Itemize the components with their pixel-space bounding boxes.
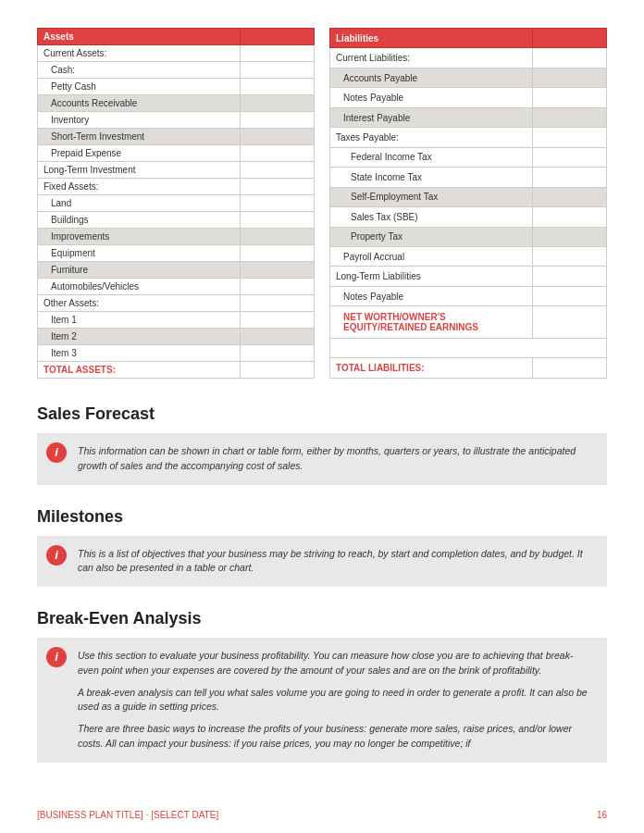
assets-row-label: Long-Term Investment <box>38 162 241 179</box>
assets-row: TOTAL ASSETS: <box>38 362 315 379</box>
info-icon-milestones: i <box>46 545 67 566</box>
assets-row-value <box>241 129 315 145</box>
liabilities-row: TOTAL LIABILITIES: <box>330 358 607 379</box>
liabilities-row-value <box>533 168 607 187</box>
assets-row-label: Cash: <box>38 62 241 79</box>
liabilities-row: Current Liabilities: <box>330 48 607 68</box>
assets-row: Cash: <box>38 62 315 79</box>
liabilities-row: Taxes Payable: <box>330 128 607 147</box>
liabilities-row-label: Federal Income Tax <box>330 147 533 167</box>
liabilities-row-label: Interest Payable <box>330 107 533 127</box>
assets-row: Current Assets: <box>38 45 315 62</box>
break-even-para2: A break-even analysis can tell you what … <box>78 686 594 715</box>
assets-header-label: Assets <box>38 29 241 45</box>
liabilities-header-row: Liabilities <box>330 29 607 48</box>
assets-row: Land <box>38 195 315 212</box>
assets-row-label: Equipment <box>38 245 241 262</box>
sales-forecast-info-box: i This information can be shown in chart… <box>37 433 607 485</box>
assets-row-value <box>241 195 315 212</box>
assets-row-label: Furniture <box>38 262 241 279</box>
liabilities-row-value <box>533 147 607 167</box>
info-icon-break-even: i <box>46 647 67 667</box>
assets-row-value <box>241 62 315 79</box>
liabilities-row: State Income Tax <box>330 168 607 187</box>
liabilities-row-value <box>533 187 607 206</box>
page: AssetsCurrent Assets:Cash:Petty CashAcco… <box>0 0 644 833</box>
assets-row-value <box>241 112 315 129</box>
liabilities-row-value <box>533 128 607 147</box>
assets-row-label: Inventory <box>38 112 241 129</box>
liabilities-row-value <box>533 68 607 87</box>
assets-row: Petty Cash <box>38 79 315 95</box>
liabilities-row: Property Tax <box>330 227 607 246</box>
liabilities-row-label: Notes Payable <box>330 88 533 107</box>
liabilities-row-value <box>533 207 607 227</box>
sales-forecast-section: Sales Forecast i This information can be… <box>37 404 607 485</box>
milestones-title: Milestones <box>37 507 607 527</box>
assets-row-value <box>241 345 315 362</box>
assets-row: Item 1 <box>38 312 315 329</box>
assets-row: Item 3 <box>38 345 315 362</box>
assets-row-label: Short-Term Investment <box>38 129 241 145</box>
liabilities-row: Federal Income Tax <box>330 147 607 167</box>
assets-row-label: Petty Cash <box>38 79 241 95</box>
liabilities-row-label: Property Tax <box>330 227 533 246</box>
assets-row: Automobiles/Vehicles <box>38 279 315 295</box>
liabilities-row-value <box>533 246 607 266</box>
liabilities-row-value <box>533 267 607 286</box>
assets-row-value <box>241 162 315 179</box>
assets-row-label: Item 3 <box>38 345 241 362</box>
assets-row-label: TOTAL ASSETS: <box>38 362 241 379</box>
assets-header-value <box>241 29 315 45</box>
assets-row-label: Land <box>38 195 241 212</box>
assets-row: Long-Term Investment <box>38 162 315 179</box>
assets-row-value <box>241 95 315 112</box>
liabilities-row-label: Taxes Payable: <box>330 128 533 147</box>
liabilities-header-value <box>533 29 607 48</box>
assets-row: Item 2 <box>38 329 315 345</box>
break-even-para1: Use this section to evaluate your busine… <box>78 649 594 678</box>
liabilities-row: Payroll Accrual <box>330 246 607 266</box>
assets-row-value <box>241 212 315 229</box>
liabilities-row-spacer <box>330 338 607 357</box>
assets-row-label: Item 2 <box>38 329 241 345</box>
assets-row: Other Assets: <box>38 295 315 312</box>
liabilities-row-label: Payroll Accrual <box>330 246 533 266</box>
assets-row: Fixed Assets: <box>38 179 315 195</box>
milestones-info-text: This is a list of objectives that your b… <box>78 548 583 574</box>
liabilities-row: NET WORTH/OWNER'S EQUITY/RETAINED EARNIN… <box>330 306 607 339</box>
assets-row: Buildings <box>38 212 315 229</box>
assets-row-label: Item 1 <box>38 312 241 329</box>
assets-row: Improvements <box>38 229 315 245</box>
assets-row-label: Buildings <box>38 212 241 229</box>
assets-row: Accounts Receivable <box>38 95 315 112</box>
assets-row-value <box>241 179 315 195</box>
assets-row-label: Prepaid Expense <box>38 145 241 162</box>
assets-row-value <box>241 312 315 329</box>
liabilities-row-value <box>533 227 607 246</box>
milestones-section: Milestones i This is a list of objective… <box>37 507 607 588</box>
assets-row: Furniture <box>38 262 315 279</box>
assets-row-value <box>241 145 315 162</box>
liabilities-row: Sales Tax (SBE) <box>330 207 607 227</box>
assets-row-value <box>241 262 315 279</box>
break-even-info-box: i Use this section to evaluate your busi… <box>37 638 607 763</box>
liabilities-row: Notes Payable <box>330 88 607 107</box>
assets-row-label: Fixed Assets: <box>38 179 241 195</box>
liabilities-table: LiabilitiesCurrent Liabilities:Accounts … <box>329 28 607 379</box>
sales-forecast-title: Sales Forecast <box>37 404 607 424</box>
assets-row-label: Improvements <box>38 229 241 245</box>
liabilities-row-label: Current Liabilities: <box>330 48 533 68</box>
assets-row: Prepaid Expense <box>38 145 315 162</box>
info-icon-sales: i <box>46 442 67 463</box>
liabilities-row-value <box>533 358 607 379</box>
liabilities-row: Long-Term Liabilities <box>330 267 607 286</box>
liabilities-header-label: Liabilities <box>330 29 533 48</box>
liabilities-row-label: Notes Payable <box>330 286 533 305</box>
liabilities-row-value <box>533 286 607 305</box>
assets-row-value <box>241 295 315 312</box>
assets-row-value <box>241 245 315 262</box>
sales-forecast-info-text: This information can be shown in chart o… <box>78 445 576 471</box>
liabilities-row: Interest Payable <box>330 107 607 127</box>
liabilities-row-value <box>533 306 607 339</box>
